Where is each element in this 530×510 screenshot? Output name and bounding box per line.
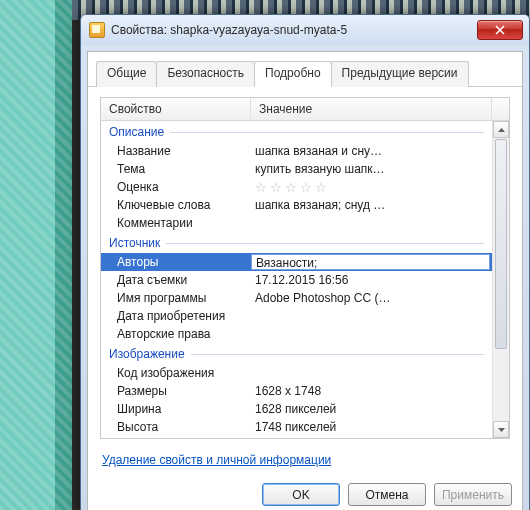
remove-properties-link[interactable]: Удаление свойств и личной информации [102, 453, 331, 467]
row-image-id[interactable]: Код изображения [101, 364, 492, 382]
chevron-down-icon [498, 428, 505, 432]
rating-stars[interactable]: ☆☆☆☆☆ [251, 180, 492, 195]
row-copyright[interactable]: Авторские права [101, 325, 492, 343]
row-date-acquired[interactable]: Дата приобретения [101, 307, 492, 325]
tab-details[interactable]: Подробно [254, 61, 332, 87]
row-comments[interactable]: Комментарии [101, 214, 492, 232]
close-button[interactable] [477, 20, 523, 40]
tab-previous-versions[interactable]: Предыдущие версии [331, 61, 469, 87]
scroll-down-button[interactable] [493, 421, 509, 438]
section-description: Описание [101, 121, 492, 142]
row-width[interactable]: Ширина1628 пикселей [101, 400, 492, 418]
scroll-thumb[interactable] [495, 139, 507, 349]
tab-general[interactable]: Общие [96, 61, 157, 87]
remove-properties-link-row: Удаление свойств и личной информации [88, 445, 522, 475]
row-rating[interactable]: Оценка☆☆☆☆☆ [101, 178, 492, 196]
properties-dialog: Свойства: shapka-vyazayaya-snud-myata-5 … [80, 14, 530, 510]
property-grid: Свойство Значение Описание Названиешапка… [100, 97, 510, 439]
window-title: Свойства: shapka-vyazayaya-snud-myata-5 [111, 23, 471, 37]
header-property[interactable]: Свойство [101, 98, 251, 120]
row-height[interactable]: Высота1748 пикселей [101, 418, 492, 436]
row-hres[interactable]: Горизонтальное разреш…72 точек на дюйм [101, 436, 492, 438]
row-keywords[interactable]: Ключевые словашапка вязаная; снуд … [101, 196, 492, 214]
section-source: Источник [101, 232, 492, 253]
app-icon [89, 22, 105, 38]
tab-strip: Общие Безопасность Подробно Предыдущие в… [88, 52, 522, 87]
titlebar[interactable]: Свойства: shapka-vyazayaya-snud-myata-5 [81, 15, 529, 45]
row-dimensions[interactable]: Размеры1628 x 1748 [101, 382, 492, 400]
row-title[interactable]: Названиешапка вязаная и сну… [101, 142, 492, 160]
vertical-scrollbar[interactable] [492, 121, 509, 438]
row-program[interactable]: Имя программыAdobe Photoshop CC (… [101, 289, 492, 307]
section-image: Изображение [101, 343, 492, 364]
chevron-up-icon [498, 128, 505, 132]
dialog-buttons: OK Отмена Применить [88, 475, 522, 510]
row-date-taken[interactable]: Дата съемки17.12.2015 16:56 [101, 271, 492, 289]
header-scroll-spacer [492, 98, 509, 120]
cancel-button[interactable]: Отмена [348, 483, 426, 506]
grid-header: Свойство Значение [101, 98, 509, 121]
tab-security[interactable]: Безопасность [156, 61, 255, 87]
close-icon [495, 25, 505, 35]
row-authors[interactable]: АвторыВязаности; [101, 253, 492, 271]
row-subject[interactable]: Темакупить вязаную шапк… [101, 160, 492, 178]
grid-body: Описание Названиешапка вязаная и сну… Те… [101, 121, 509, 438]
authors-edit[interactable]: Вязаности; [251, 254, 490, 270]
ok-button[interactable]: OK [262, 483, 340, 506]
apply-button[interactable]: Применить [434, 483, 512, 506]
header-value[interactable]: Значение [251, 98, 492, 120]
client-area: Общие Безопасность Подробно Предыдущие в… [87, 51, 523, 510]
scroll-up-button[interactable] [493, 121, 509, 138]
